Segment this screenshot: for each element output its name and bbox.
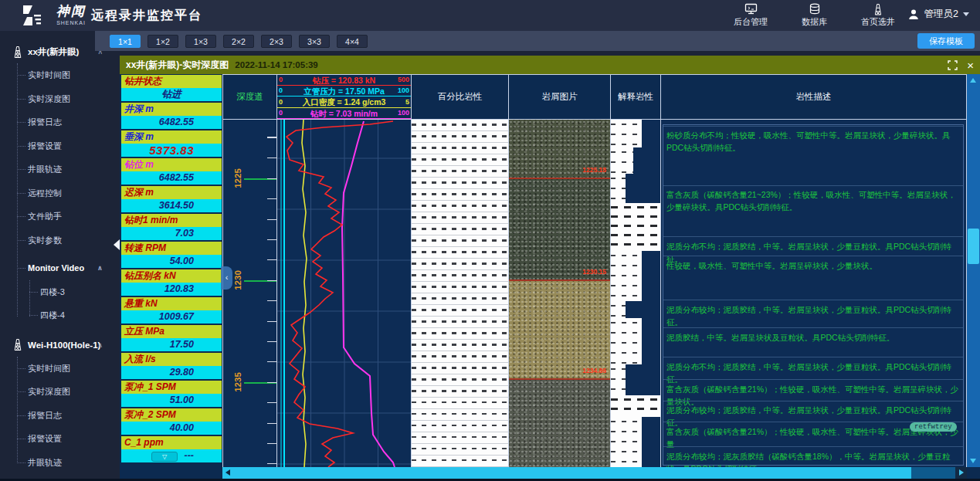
lithology-segment	[611, 120, 642, 147]
description-text: 泥质分布不均；泥质胶结，中等。岩屑呈块状，少量豆粒状。具PDC钻头切削特征。	[666, 361, 959, 386]
well-1-tree: 实时时间图 实时深度图 报警日志 报警设置 井眼轨迹 远程控制 文件助手 实时参…	[0, 63, 120, 327]
sidebar-item[interactable]: 实时时间图	[0, 357, 120, 381]
parameter-label: 井深 m	[121, 103, 222, 116]
sidebar-item[interactable]: 报警日志	[0, 110, 120, 134]
layout-toolbar: 1×1 1×2 1×3 2×2 2×3 3×3 4×4 保存模板	[95, 31, 980, 51]
chevron-up-icon[interactable]: ∧	[97, 341, 103, 349]
sidebar-well-2[interactable]: Wei-H100(Hole-1) ∧	[0, 334, 120, 357]
parameter-label: 钻时1 min/m	[121, 214, 222, 227]
lithology-segment	[611, 417, 642, 467]
parameter-label: 入流 l/s	[121, 353, 222, 366]
curve-plot-svg	[277, 120, 412, 467]
top-nav-label: 后台管理	[734, 16, 768, 28]
vertical-scrollbar-thumb[interactable]	[968, 229, 979, 264]
parameter-label: 泵冲_1 SPM	[121, 381, 222, 394]
sidebar-item-camera[interactable]: 四楼-4	[0, 303, 120, 327]
parameter-label: 垂深 m	[121, 130, 222, 144]
logo-en: SHENKAI	[48, 20, 94, 25]
sidebar-item[interactable]: 井眼轨迹	[0, 451, 120, 475]
parameter-value: 1009.67	[121, 310, 222, 323]
description-text: 泥质分布较均；泥质胶结，中等。岩屑呈块状，少量豆粒状。具PDC钻头切削特征。	[666, 304, 959, 329]
layout-button[interactable]: 1×2	[148, 35, 178, 48]
curve-max: 500	[398, 74, 409, 85]
scroll-left-icon[interactable]	[226, 469, 230, 476]
window-timestamp: 2022-11-14 17:05:39	[235, 60, 317, 69]
curve-min: 0	[279, 107, 283, 118]
depth-track-header: 深度道	[222, 75, 276, 119]
description-divider	[663, 379, 963, 380]
scroll-down-icon[interactable]	[970, 459, 976, 463]
top-nav-label: 首页选井	[861, 16, 895, 28]
top-nav: 后台管理 数据库 首页选井	[734, 3, 895, 28]
curve-plot	[276, 120, 411, 467]
parameter-row: 泵冲_2 SPM 40.00	[121, 408, 222, 435]
depth-tick-label: 1235	[233, 368, 244, 396]
username: 管理员2	[924, 8, 958, 21]
description-divider	[663, 256, 963, 256]
parameter-label: 钻位 m	[121, 158, 222, 171]
curve-legend-row: 0 入口密度 = 1.24 g/cm3 5	[277, 97, 411, 107]
description-divider	[663, 185, 963, 186]
logo-text: 神闻 SHENKAI	[48, 2, 94, 25]
parameter-row: 悬重 kN 1009.67	[121, 297, 222, 323]
photo-depth-label: 1230.15	[560, 268, 606, 276]
parameter-label: 立压 MPa	[121, 325, 222, 338]
sidebar-item[interactable]: 报警日志	[0, 404, 120, 428]
sidebar-item[interactable]: 井眼轨迹	[0, 158, 120, 181]
chevron-up-icon[interactable]: ∧	[97, 256, 103, 280]
parameter-dropdown-button[interactable]: ▽	[151, 452, 178, 462]
sidebar-item[interactable]: 实时时间图	[0, 63, 120, 87]
top-nav-item[interactable]: 后台管理	[734, 3, 768, 28]
lithology-segment	[611, 174, 626, 203]
lithology-segment	[611, 318, 642, 364]
top-nav-item[interactable]: 首页选井	[861, 3, 895, 28]
curve-max: 100	[398, 107, 409, 118]
sidebar-item[interactable]: 文件助手	[0, 205, 120, 229]
depth-tick-line	[244, 178, 276, 180]
scroll-right-icon[interactable]	[955, 467, 967, 479]
layout-button[interactable]: 1×3	[185, 35, 216, 48]
panel-collapse-handle[interactable]: ‹	[221, 266, 232, 290]
layout-button[interactable]: 3×3	[299, 35, 330, 48]
parameter-value: 120.83	[121, 283, 222, 296]
sidebar-item[interactable]: 报警设置	[0, 427, 120, 451]
photo-depth-label: 1234.86	[560, 367, 606, 374]
sidebar-item[interactable]: 实时参数	[0, 229, 120, 252]
description-text: 泥质分布较均；泥灰质胶结（碳酸钙含量18%），中等。岩屑呈块状，少量豆粒状。具P…	[666, 451, 959, 467]
horizontal-scrollbar-thumb[interactable]	[222, 467, 911, 479]
layout-button[interactable]: 1×1	[110, 35, 141, 48]
lithology-segment	[611, 301, 626, 318]
chart-body: 1225 1230 1235	[222, 120, 967, 467]
user-menu[interactable]: 管理员2	[907, 8, 969, 21]
sidebar-item-monitor-video[interactable]: Monitor Video ∧	[0, 256, 120, 280]
fullscreen-icon[interactable]	[948, 60, 958, 70]
horizontal-scrollbar[interactable]	[222, 467, 967, 479]
sidebar-item[interactable]: 实时深度图	[0, 380, 120, 404]
layout-button[interactable]: 2×2	[223, 35, 254, 48]
parameter-row: 转速 RPM 54.00	[121, 242, 222, 268]
parameter-row: 钻压别名 kN 120.83	[121, 269, 222, 296]
layout-button[interactable]: 4×4	[337, 35, 368, 48]
parameter-value: 3614.50	[121, 199, 222, 212]
vertical-scrollbar[interactable]	[967, 74, 980, 467]
parameter-value: 5373.83	[121, 144, 222, 157]
save-template-button[interactable]: 保存模板	[917, 33, 975, 49]
sidebar-item[interactable]: 远程控制	[0, 181, 120, 205]
cursor-tooltip: retfwtrey	[910, 422, 957, 432]
description-text: 粉砂质分布不均；性较硬，吸水性、可塑性中等。岩屑呈块状，少量碎块状。具PDC钻头…	[666, 130, 959, 154]
description-text: 性较硬，吸水性、可塑性中等。岩屑呈碎块状，少量块状。	[666, 260, 959, 273]
curve-legend-row: 0 立管压力 = 17.50 MPa 100	[277, 86, 411, 97]
logo-cn: 神闻	[48, 2, 94, 20]
sidebar-collapse-arrow[interactable]	[114, 239, 120, 250]
layout-button[interactable]: 2×3	[261, 35, 292, 48]
scroll-up-icon[interactable]	[970, 78, 976, 83]
sidebar-item[interactable]: 报警设置	[0, 134, 120, 158]
parameter-label: C_1 ppm	[121, 436, 222, 449]
depth-tick-label: 1230	[233, 266, 244, 294]
top-nav-item[interactable]: 数据库	[802, 3, 827, 28]
parameter-row: 钻井状态 钻进	[121, 75, 222, 101]
close-icon[interactable]: ×	[967, 59, 974, 71]
parameter-label: 悬重 kN	[121, 297, 222, 310]
sidebar-item-camera[interactable]: 四楼-3	[0, 280, 120, 304]
sidebar-item[interactable]: 实时深度图	[0, 87, 120, 111]
